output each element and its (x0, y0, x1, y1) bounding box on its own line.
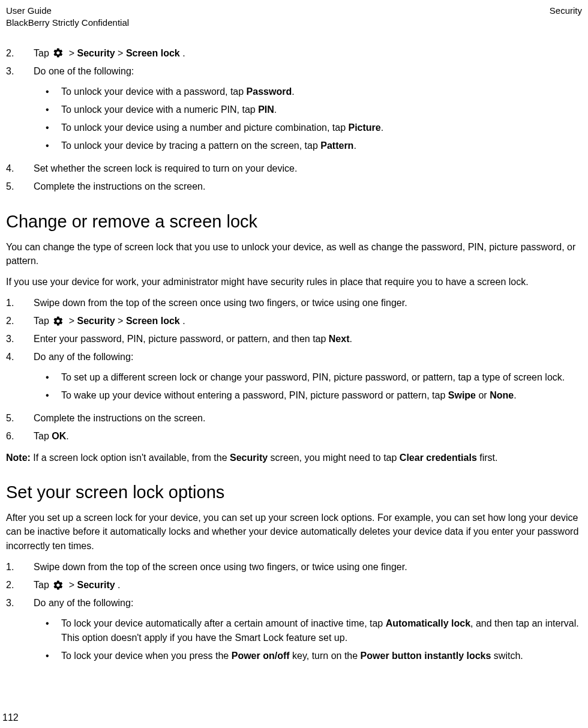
text: screen, you might need to tap (268, 453, 400, 463)
step-number: 6. (6, 429, 34, 444)
bullet-list: To set up a different screen lock or cha… (34, 370, 582, 403)
text: first. (477, 453, 498, 463)
text: Tap (34, 48, 52, 58)
steps-list: 1. Swipe down from the top of the screen… (6, 560, 582, 668)
list-item: To unlock your device with a numeric PIN… (34, 103, 582, 117)
bullet-list: To lock your device automatically after … (34, 616, 582, 663)
note-label: Note: (6, 453, 31, 463)
paragraph: You can change the type of screen lock t… (6, 240, 582, 268)
text-bold: PIN (258, 104, 274, 115)
text: To unlock your device by tracing a patte… (61, 140, 320, 151)
step-number: 2. (6, 46, 34, 61)
step-number: 1. (6, 296, 34, 310)
list-item: 5. Complete the instructions on the scre… (6, 411, 582, 426)
text: Do any of the following: (34, 352, 133, 362)
list-item: 3. Do any of the following: To lock your… (6, 596, 582, 668)
text-bold: Picture (349, 122, 381, 133)
text: . (274, 104, 277, 115)
text-bold: Power on/off (232, 651, 290, 661)
list-item: 5. Complete the instructions on the scre… (6, 179, 582, 194)
text-bold: Security (230, 453, 268, 463)
list-item: 3. Enter your password, PIN, picture pas… (6, 332, 582, 346)
step-body: Tap > Security . (34, 578, 582, 592)
text: . (118, 580, 120, 590)
step-body: Do one of the following: To unlock your … (34, 64, 582, 158)
text-bold: Screen lock (126, 48, 180, 58)
text-bold: Automatically lock (386, 618, 470, 628)
text-bold: Next (329, 334, 350, 344)
section-label: Security (550, 5, 582, 29)
text: To lock your device when you press the (61, 651, 232, 661)
step-body: Do any of the following: To lock your de… (34, 596, 582, 668)
step-body: Enter your password, PIN, picture passwo… (34, 332, 582, 346)
text: > (69, 580, 77, 590)
list-item: To set up a different screen lock or cha… (34, 370, 582, 385)
list-item: To lock your device automatically after … (34, 616, 582, 645)
step-body: Tap OK. (34, 429, 582, 444)
header-left: User Guide BlackBerry Strictly Confident… (6, 5, 129, 29)
list-item: To unlock your device using a number and… (34, 121, 582, 135)
text: . (381, 122, 383, 133)
text-bold: Security (77, 48, 115, 58)
text: To wake up your device without entering … (61, 390, 448, 400)
doc-confidential: BlackBerry Strictly Confidential (6, 17, 129, 29)
step-number: 1. (6, 560, 34, 574)
list-item: 1. Swipe down from the top of the screen… (6, 296, 582, 310)
step-body: Swipe down from the top of the screen on… (34, 296, 582, 310)
text: . (350, 334, 352, 344)
gear-icon (53, 580, 64, 591)
bullet-list: To unlock your device with a password, t… (34, 85, 582, 153)
text: switch. (491, 651, 523, 661)
text-bold: OK (52, 431, 66, 441)
text: To unlock your device with a password, t… (61, 86, 247, 97)
step-number: 3. (6, 64, 34, 158)
section-heading: Set your screen lock options (6, 483, 582, 502)
section-heading: Change or remove a screen lock (6, 212, 582, 232)
paragraph: If you use your device for work, your ad… (6, 275, 582, 289)
text: > (118, 316, 126, 326)
text: Enter your password, PIN, picture passwo… (34, 334, 329, 344)
step-body: Complete the instructions on the screen. (34, 411, 582, 426)
doc-title: User Guide (6, 5, 129, 17)
step-body: Tap > Security > Screen lock . (34, 314, 582, 328)
page-content: 2. Tap > Security > Screen lock . 3. Do … (6, 46, 582, 668)
steps-list: 2. Tap > Security > Screen lock . 3. Do … (6, 46, 582, 194)
step-body: Swipe down from the top of the screen on… (34, 560, 582, 574)
text-bold: Pattern (320, 140, 353, 151)
text: . (353, 140, 356, 151)
step-number: 4. (6, 350, 34, 408)
step-number: 5. (6, 411, 34, 426)
list-item: 4. Do any of the following: To set up a … (6, 350, 582, 408)
step-body: Do any of the following: To set up a dif… (34, 350, 582, 408)
list-item: 4. Set whether the screen lock is requir… (6, 161, 582, 176)
paragraph: After you set up a screen lock for your … (6, 511, 582, 553)
text-bold: Swipe (448, 390, 476, 400)
step-number: 2. (6, 578, 34, 592)
list-item: 2. Tap > Security . (6, 578, 582, 592)
text: > (118, 48, 126, 58)
text: To unlock your device with a numeric PIN… (61, 104, 258, 115)
gear-icon (53, 316, 64, 326)
page-number: 112 (2, 712, 19, 723)
text-bold: Screen lock (126, 316, 180, 326)
list-item: To wake up your device without entering … (34, 388, 582, 403)
page-header: User Guide BlackBerry Strictly Confident… (6, 5, 582, 29)
text: To set up a different screen lock or cha… (61, 370, 565, 385)
text: To lock your device automatically after … (61, 618, 386, 628)
text: . (292, 86, 294, 97)
step-body: Complete the instructions on the screen. (34, 179, 582, 194)
text: Tap (34, 580, 52, 590)
text: . (514, 390, 516, 400)
gear-icon (53, 47, 64, 58)
step-number: 2. (6, 314, 34, 328)
list-item: 2. Tap > Security > Screen lock . (6, 46, 582, 61)
text-bold: Security (77, 580, 115, 590)
step-number: 3. (6, 596, 34, 668)
text: or (476, 390, 490, 400)
step-number: 5. (6, 179, 34, 194)
text: Tap (34, 316, 52, 326)
text: key, turn on the (290, 651, 361, 661)
text-bold: Power button instantly locks (361, 651, 491, 661)
text-bold: Password (247, 86, 292, 97)
text: . (182, 316, 185, 326)
